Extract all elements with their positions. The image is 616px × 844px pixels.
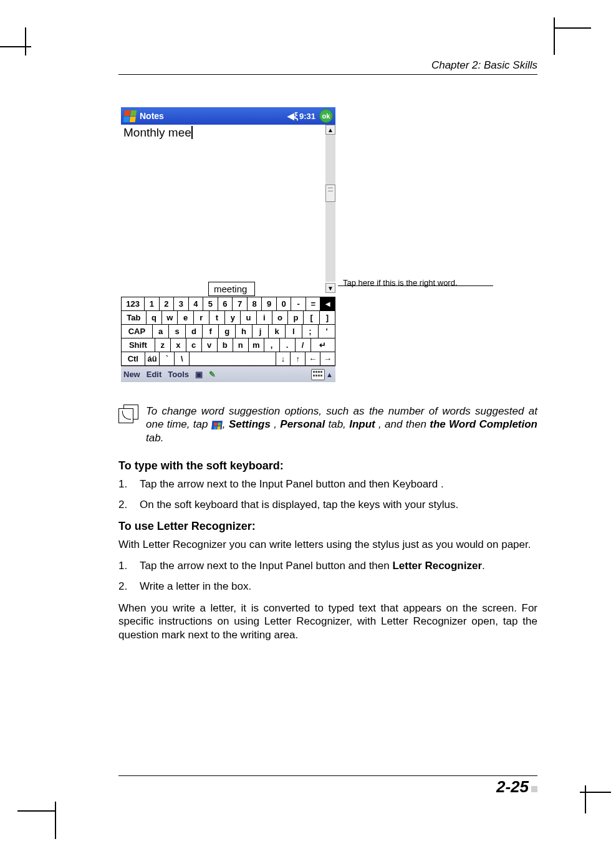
menu-edit[interactable]: Edit: [147, 370, 162, 379]
key-o[interactable]: o: [272, 311, 288, 325]
tip-text: To change word suggestion options, such …: [146, 405, 537, 444]
key-3[interactable]: 3: [174, 297, 189, 311]
key-comma[interactable]: ,: [264, 338, 280, 352]
pda-screenshot: Notes ◀ξ 9:31 ok Monthly mee ▲ meeting ▼: [118, 105, 338, 385]
input-panel-arrow[interactable]: ▲: [326, 371, 333, 378]
key-f[interactable]: f: [203, 325, 219, 338]
key-backslash[interactable]: \: [175, 352, 190, 366]
key-1[interactable]: 1: [145, 297, 160, 311]
start-icon[interactable]: [123, 110, 137, 122]
scroll-thumb[interactable]: [325, 185, 335, 202]
key-w[interactable]: w: [162, 311, 178, 325]
app-title: Notes: [140, 111, 164, 121]
key-e[interactable]: e: [178, 311, 193, 325]
key-m[interactable]: m: [249, 338, 264, 352]
footer-marker: [531, 786, 537, 792]
ok-button[interactable]: ok: [319, 109, 333, 123]
key-g[interactable]: g: [219, 325, 236, 338]
key-b[interactable]: b: [218, 338, 233, 352]
key-i[interactable]: i: [257, 311, 272, 325]
key-z[interactable]: z: [155, 338, 171, 352]
chapter-header: Chapter 2: Basic Skills: [118, 59, 537, 75]
key-space[interactable]: [190, 352, 276, 366]
scroll-up-button[interactable]: ▲: [325, 125, 335, 135]
titlebar: Notes ◀ξ 9:31 ok: [121, 107, 335, 125]
key-rbracket[interactable]: ]: [320, 311, 335, 325]
key-c[interactable]: c: [186, 338, 202, 352]
vertical-scrollbar[interactable]: ▲: [325, 125, 335, 282]
tip-note: To change word suggestion options, such …: [118, 405, 537, 444]
key-a[interactable]: a: [153, 325, 170, 338]
key-tab[interactable]: Tab: [121, 311, 147, 325]
key-s[interactable]: s: [169, 325, 186, 338]
key-t[interactable]: t: [209, 311, 225, 325]
key-down[interactable]: ↓: [276, 352, 291, 366]
word-suggestion[interactable]: meeting: [208, 282, 255, 296]
key-9[interactable]: 9: [262, 297, 277, 311]
key-l[interactable]: l: [286, 325, 302, 338]
key-lbracket[interactable]: [: [304, 311, 319, 325]
heading-soft-keyboard: To type with the soft keyboard:: [118, 459, 537, 472]
bottom-toolbar: New Edit Tools ▣ ✎ ▲: [121, 366, 335, 382]
note-text-area[interactable]: Monthly mee ▲: [121, 125, 335, 282]
key-u[interactable]: u: [241, 311, 256, 325]
key-x[interactable]: x: [171, 338, 186, 352]
speaker-icon[interactable]: ◀ξ: [287, 111, 298, 121]
key-q[interactable]: q: [147, 311, 162, 325]
callout-text: Tap here if this is the right word.: [343, 278, 505, 288]
key-n[interactable]: n: [233, 338, 249, 352]
screenshot-figure: Tap here if this is the right word. Note…: [118, 105, 537, 385]
key-k[interactable]: k: [269, 325, 286, 338]
clock: 9:31: [299, 112, 315, 121]
key-left[interactable]: ←: [306, 352, 320, 366]
key-right[interactable]: →: [320, 352, 335, 366]
key-2[interactable]: 2: [160, 297, 175, 311]
key-shift[interactable]: Shift: [121, 338, 155, 352]
key-y[interactable]: y: [225, 311, 241, 325]
key-7[interactable]: 7: [233, 297, 248, 311]
scroll-down-button[interactable]: ▼: [325, 283, 335, 293]
key-quote[interactable]: ': [319, 325, 335, 338]
steps-soft-keyboard: 1.Tap the arrow next to the Input Panel …: [118, 477, 537, 512]
key-123[interactable]: 123: [121, 297, 145, 311]
key-enter[interactable]: ↵: [311, 338, 335, 352]
page-footer: 2-25: [118, 775, 537, 797]
key-ctl[interactable]: Ctl: [121, 352, 145, 366]
outro-letter-recognizer: When you write a letter, it is converted…: [118, 602, 537, 641]
key-r[interactable]: r: [194, 311, 209, 325]
key-p[interactable]: p: [288, 311, 304, 325]
key-backtick[interactable]: `: [160, 352, 175, 366]
pen-icon[interactable]: ✎: [209, 370, 216, 379]
key-period[interactable]: .: [280, 338, 296, 352]
key-equals[interactable]: =: [306, 297, 321, 311]
key-j[interactable]: j: [253, 325, 269, 338]
key-4[interactable]: 4: [189, 297, 204, 311]
key-minus[interactable]: -: [291, 297, 306, 311]
key-0[interactable]: 0: [277, 297, 292, 311]
menu-new[interactable]: New: [123, 370, 140, 379]
key-8[interactable]: 8: [248, 297, 262, 311]
steps-letter-recognizer: 1.Tap the arrow next to the Input Panel …: [118, 559, 537, 593]
key-intl[interactable]: áü: [145, 352, 160, 366]
key-d[interactable]: d: [186, 325, 203, 338]
soft-keyboard[interactable]: 123 1 2 3 4 5 6 7 8 9 0 - = ◄ Tab: [121, 297, 335, 366]
key-backspace[interactable]: ◄: [320, 297, 335, 311]
key-5[interactable]: 5: [203, 297, 218, 311]
key-cap[interactable]: CAP: [121, 325, 153, 338]
page-number: 2-25: [496, 777, 529, 796]
typed-text: Monthly mee: [123, 126, 191, 139]
key-h[interactable]: h: [236, 325, 253, 338]
key-6[interactable]: 6: [218, 297, 233, 311]
menu-tools[interactable]: Tools: [168, 370, 189, 379]
start-icon-inline: [211, 421, 222, 429]
key-semicolon[interactable]: ;: [302, 325, 319, 338]
key-up[interactable]: ↑: [291, 352, 306, 366]
key-v[interactable]: v: [202, 338, 218, 352]
note-icon: [118, 405, 140, 423]
input-panel-icon[interactable]: [311, 369, 325, 380]
intro-letter-recognizer: With Letter Recognizer you can write let…: [118, 538, 537, 551]
key-slash[interactable]: /: [296, 338, 311, 352]
heading-letter-recognizer: To use Letter Recognizer:: [118, 520, 537, 533]
record-icon[interactable]: ▣: [195, 370, 203, 379]
